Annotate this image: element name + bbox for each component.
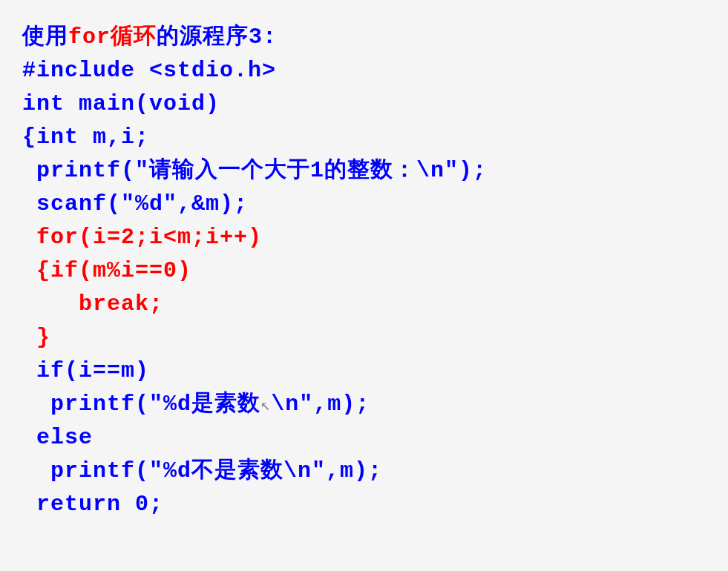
code-line-printf-prime: printf("%d是素数↖\n",m); [22, 388, 728, 421]
title-prefix: 使用 [22, 24, 68, 50]
cursor-icon: ↖ [260, 394, 271, 418]
code-line-decl: {int m,i; [22, 121, 728, 154]
code-line-include: #include <stdio.h> [22, 54, 728, 88]
title-highlight: for循环 [68, 24, 157, 50]
code-line-main: int main(void) [22, 88, 728, 121]
code-line-if-mod: {if(m%i==0) [22, 254, 728, 288]
code-line-printf-notprime: printf("%d不是素数\n",m); [22, 455, 728, 488]
code-line-for: for(i=2;i<m;i++) [22, 221, 728, 254]
code-line-printf-prompt: printf("请输入一个大于1的整数：\n"); [22, 154, 728, 188]
code-line-else: else [22, 421, 728, 455]
title-suffix: 的源程序3: [157, 24, 277, 50]
title-line: 使用for循环的源程序3: [22, 21, 728, 54]
code-line-return: return 0; [22, 488, 728, 521]
code-line-break: break; [22, 288, 728, 321]
code-line-scanf: scanf("%d",&m); [22, 188, 728, 221]
code-line-if-eq: if(i==m) [22, 354, 728, 388]
code-line-closebrace: } [22, 321, 728, 354]
